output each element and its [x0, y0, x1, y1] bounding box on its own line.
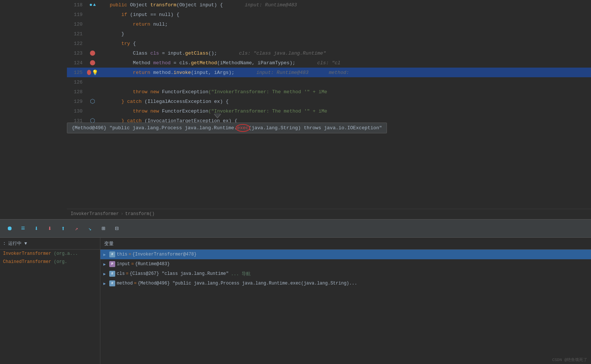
step-arrow-icon: ▲ — [93, 2, 96, 7]
breakpoint-icon-125[interactable] — [87, 70, 91, 75]
code-token: method. — [153, 70, 174, 75]
gutter-123 — [87, 51, 98, 56]
code-token: throw — [98, 89, 150, 95]
line-number-124: 124 — [68, 60, 87, 66]
var-row-3[interactable]: ▶#method = {Method@496} "public java.lan… — [100, 279, 591, 288]
code-token: getMethod — [191, 60, 217, 66]
frame-item-1[interactable]: InvokerTransformer (org.a... — [0, 250, 100, 258]
code-line-128: 128 throw new FunctorException("InvokerT… — [67, 87, 591, 97]
var-name-0: this — [117, 252, 127, 257]
code-line-125: 125💡 return method.invoke(input, iArgs);… — [67, 68, 591, 77]
var-equals-0: = — [129, 252, 131, 257]
step-into-force-button[interactable]: ⬇ — [45, 223, 55, 234]
frame-item-2[interactable]: ChainedTransformer (org. — [0, 258, 100, 266]
code-token: try — [98, 41, 133, 46]
code-token: null; — [153, 22, 168, 27]
code-token: FunctorException — [162, 108, 209, 114]
code-token: ("InvokerTransformer: The method '" + iM… — [208, 89, 327, 95]
code-line-120: 120 return null; — [67, 19, 591, 29]
hint-text: input: Runtime@483 — [230, 2, 297, 8]
code-token: Object — [130, 2, 151, 8]
code-line-121: 121 } — [67, 29, 591, 39]
code-editor[interactable]: 118●▲ public Object transform(Object inp… — [67, 0, 591, 219]
debug-step-icon: ● — [89, 2, 92, 8]
code-token: if — [98, 12, 130, 17]
line-number-129: 129 — [68, 99, 87, 104]
step-over-button[interactable]: ≡ — [18, 223, 28, 234]
var-value-1: {Runtime@483} — [135, 261, 170, 267]
code-line-130: 130 throw new FunctorException("InvokerT… — [67, 106, 591, 116]
gutter-125: 💡 — [87, 69, 98, 76]
step-out-button[interactable]: ⬆ — [58, 223, 68, 234]
var-icon-0: # — [109, 251, 115, 257]
var-row-2[interactable]: ▶#cls = {Class@267} "class java.lang.Run… — [100, 269, 591, 279]
gutter-129: ⬡ — [87, 98, 98, 105]
var-equals-1: = — [131, 261, 134, 267]
code-content-123: Class cls = input.getClass(); cls: "clas… — [98, 51, 591, 56]
code-token: (iMethodName, iParamTypes); — [217, 60, 310, 66]
watermark: CSDN @绝鱼饿死了 — [552, 357, 587, 363]
toggle-view-button[interactable]: ⊟ — [112, 223, 122, 234]
line-number-123: 123 — [68, 51, 87, 56]
line-number-122: 122 — [68, 41, 87, 46]
var-name-2: cls — [117, 271, 125, 276]
var-value-0: {InvokerTransformer@478} — [132, 252, 197, 257]
breadcrumb: InvokerTransformer › transform() — [67, 209, 591, 218]
frame-class-1: InvokerTransformer — [3, 251, 54, 256]
breadcrumb-sep: › — [121, 211, 123, 217]
gutter-124 — [87, 60, 98, 65]
variables-panel: : 运行中 ▼ InvokerTransformer (org.a... Cha… — [0, 238, 591, 364]
code-token: cls — [150, 51, 162, 56]
var-equals-2: = — [126, 271, 129, 276]
code-token: (input, iArgs); — [191, 70, 249, 75]
run-to-cursor-button[interactable]: ↗ — [71, 223, 82, 234]
code-line-129: 129⬡ } catch (IllegalAccessException ex)… — [67, 97, 591, 106]
line-number-130: 130 — [68, 108, 87, 114]
debug-run-label[interactable]: : 运行中 ▼ — [0, 238, 100, 250]
line-number-119: 119 — [68, 12, 87, 17]
code-line-124: 124 Method method = cls.getMethod(iMetho… — [67, 58, 591, 68]
var-row-0[interactable]: ▶#this = {InvokerTransformer@478} — [100, 250, 591, 259]
step-cursor-button[interactable]: ↘ — [85, 223, 95, 234]
editor-area: 118●▲ public Object transform(Object inp… — [0, 0, 591, 219]
code-token: transform — [150, 2, 176, 8]
debug-toolbar: ⏺ ≡ ⬇ ⬇ ⬆ ↗ ↘ ⊞ ⊟ — [0, 219, 591, 238]
tooltip-prefix: {Method@496} "public java.lang.Process j… — [72, 125, 237, 131]
run-label-text: : 运行中 ▼ — [3, 240, 27, 247]
gutter-118: ●▲ — [87, 2, 98, 8]
variables-section: 变量 + ▶#this = {InvokerTransformer@478}▶P… — [100, 238, 591, 364]
var-name-1: input — [117, 261, 130, 267]
table-view-button[interactable]: ⊞ — [98, 223, 109, 234]
code-token: public — [98, 2, 130, 8]
var-row-1[interactable]: ▶Pinput = {Runtime@483} — [100, 259, 591, 269]
breakpoint-icon-123[interactable] — [90, 51, 95, 56]
code-content-121: } — [98, 31, 591, 37]
var-expand-2[interactable]: ▶ — [103, 272, 109, 276]
code-content-119: if (input == null) { — [98, 12, 591, 17]
code-token: Method — [98, 60, 153, 66]
current-exec-arrow: 💡 — [92, 69, 98, 76]
code-content-124: Method method = cls.getMethod(iMethodNam… — [98, 60, 591, 66]
var-expand-3[interactable]: ▶ — [103, 281, 109, 286]
code-token: throw — [98, 108, 150, 114]
tooltip-suffix: (java.lang.String) throws java.io.IOExce… — [249, 125, 382, 131]
step-down-button[interactable]: ⬇ — [31, 223, 42, 234]
code-token: new — [150, 89, 162, 95]
code-token: return — [98, 70, 153, 75]
var-expand-1[interactable]: ▶ — [103, 262, 109, 267]
code-token: } catch — [98, 99, 145, 104]
line-number-128: 128 — [68, 89, 87, 95]
breakpoint-icon-124[interactable] — [90, 60, 95, 65]
var-icon-2: # — [109, 271, 115, 277]
code-content-118: public Object transform(Object input) { … — [98, 2, 591, 8]
resume-button[interactable]: ⏺ — [4, 223, 15, 234]
frame-file-1: (org.a... — [54, 251, 78, 256]
var-expand-0[interactable]: ▶ — [103, 252, 109, 257]
variables-header: 变量 — [100, 238, 591, 250]
code-content-128: throw new FunctorException("InvokerTrans… — [98, 89, 591, 95]
code-token: (IllegalAccessException ex) { — [145, 99, 229, 104]
code-token: return — [98, 22, 153, 27]
tooltip-exec: exec — [237, 125, 249, 131]
code-token: { — [133, 41, 136, 46]
line-number-120: 120 — [68, 22, 87, 27]
